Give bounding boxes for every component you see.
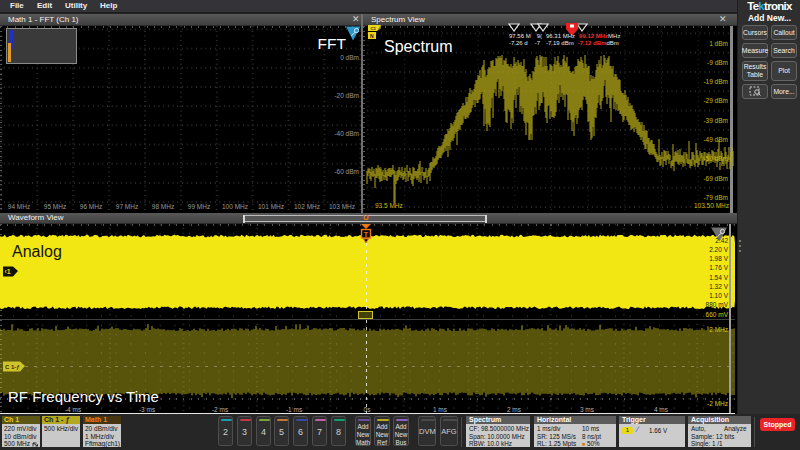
svg-text:C1: C1 — [371, 26, 377, 31]
svg-text:‹1: ‹1 — [5, 268, 11, 275]
svg-text:C 1-ƒ: C 1-ƒ — [5, 364, 20, 370]
svg-text:N: N — [370, 33, 374, 39]
svg-text:T: T — [364, 231, 369, 238]
